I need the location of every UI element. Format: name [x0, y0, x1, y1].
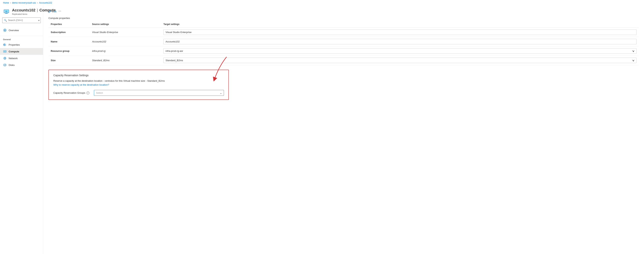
source-name: Accounts102	[90, 37, 161, 46]
sidebar: Accounts102 | Compute ... Replicated ite…	[0, 6, 43, 254]
section-title: Compute properties	[48, 17, 639, 20]
capacity-groups-select[interactable]: Select	[94, 90, 224, 96]
overview-label: Overview	[9, 29, 19, 32]
table-row: Resource group infra-prod-rg infra-prod-…	[48, 46, 639, 56]
source-subscription: Visual Studio Enterprise	[90, 28, 161, 37]
overview-icon	[3, 28, 7, 32]
network-icon	[3, 56, 7, 60]
target-subscription-input[interactable]	[164, 30, 636, 35]
properties-icon	[3, 43, 7, 46]
edit-button[interactable]: Edit	[48, 10, 56, 14]
target-subscription	[161, 28, 639, 37]
nav-section: Overview	[0, 25, 43, 35]
source-resource-group: infra-prod-rg	[90, 46, 161, 56]
sidebar-item-network[interactable]: Network	[0, 55, 43, 62]
disks-label: Disks	[9, 64, 15, 66]
col-source-header: Source settings	[90, 22, 161, 28]
col-properties-header: Properties	[48, 22, 90, 28]
capacity-title: Capacity Reservation Settings	[53, 74, 224, 77]
nav-divider	[0, 36, 43, 36]
capacity-groups-label: Capacity Reservation Groups	[53, 92, 85, 94]
target-name-input[interactable]	[164, 39, 636, 44]
svg-point-6	[4, 30, 6, 31]
breadcrumb: Home › demo-recoveryvault-usc › Accounts…	[0, 0, 644, 6]
col-target-header: Target settings	[161, 22, 639, 28]
disks-icon	[3, 63, 7, 67]
property-subscription: Subscription	[48, 28, 90, 37]
capacity-link[interactable]: Why to reserve capacity at the destinati…	[53, 83, 224, 86]
compute-label: Compute	[9, 50, 19, 53]
property-resource-group: Resource group	[48, 46, 90, 56]
compute-vm-icon	[3, 8, 10, 15]
svg-rect-7	[4, 44, 4, 46]
table-row: Name Accounts102	[48, 37, 639, 46]
breadcrumb-current[interactable]: Accounts102	[39, 2, 52, 4]
target-resource-group-select[interactable]: infra-prod-rg-asr	[164, 48, 636, 54]
table-row: Subscription Visual Studio Enterprise	[48, 28, 639, 37]
edit-icon	[48, 10, 51, 13]
target-resource-group: infra-prod-rg-asr	[161, 46, 639, 56]
page-header: Accounts102 | Compute ... Replicated ite…	[0, 6, 43, 17]
compute-icon	[3, 50, 7, 53]
property-size: Size	[48, 56, 90, 65]
svg-rect-8	[4, 44, 5, 46]
network-label: Network	[9, 57, 18, 60]
svg-point-15	[4, 64, 6, 65]
capacity-description: Reserve a capacity at the destination lo…	[53, 80, 224, 82]
search-icon: 🔍	[4, 19, 7, 22]
capacity-row: Capacity Reservation Groups i Select ⌄	[53, 90, 224, 96]
capacity-reservation-section: Capacity Reservation Settings Reserve a …	[48, 70, 229, 100]
source-size: Standard_B2ms	[90, 56, 161, 65]
sidebar-item-properties[interactable]: Properties	[0, 41, 43, 48]
breadcrumb-vault[interactable]: demo-recoveryvault-usc	[12, 2, 36, 4]
sidebar-item-compute[interactable]: Compute	[0, 48, 43, 55]
properties-table: Properties Source settings Target settin…	[48, 22, 639, 65]
table-row: Size Standard_B2ms Standard_B2ms	[48, 56, 639, 65]
target-size-select[interactable]: Standard_B2ms	[164, 58, 636, 63]
page-title-name: Accounts102	[12, 8, 36, 12]
search-input[interactable]	[8, 19, 36, 22]
info-icon[interactable]: i	[86, 92, 90, 94]
main-content: Edit Compute properties Properties Sourc…	[43, 6, 644, 254]
property-name: Name	[48, 37, 90, 46]
properties-label: Properties	[9, 44, 20, 46]
general-section-label: General	[0, 37, 43, 41]
collapse-sidebar-button[interactable]: «	[38, 18, 40, 22]
svg-rect-9	[6, 44, 6, 46]
svg-point-16	[4, 65, 6, 66]
search-bar: 🔍 «	[2, 18, 41, 23]
capacity-select-wrapper: Select ⌄	[94, 90, 224, 96]
edit-label: Edit	[52, 10, 56, 13]
target-name	[161, 37, 639, 46]
target-size: Standard_B2ms	[161, 56, 639, 65]
sidebar-item-disks[interactable]: Disks	[0, 62, 43, 68]
breadcrumb-home[interactable]: Home	[3, 2, 9, 4]
sidebar-item-overview[interactable]: Overview	[0, 27, 43, 34]
title-separator: |	[37, 8, 38, 12]
